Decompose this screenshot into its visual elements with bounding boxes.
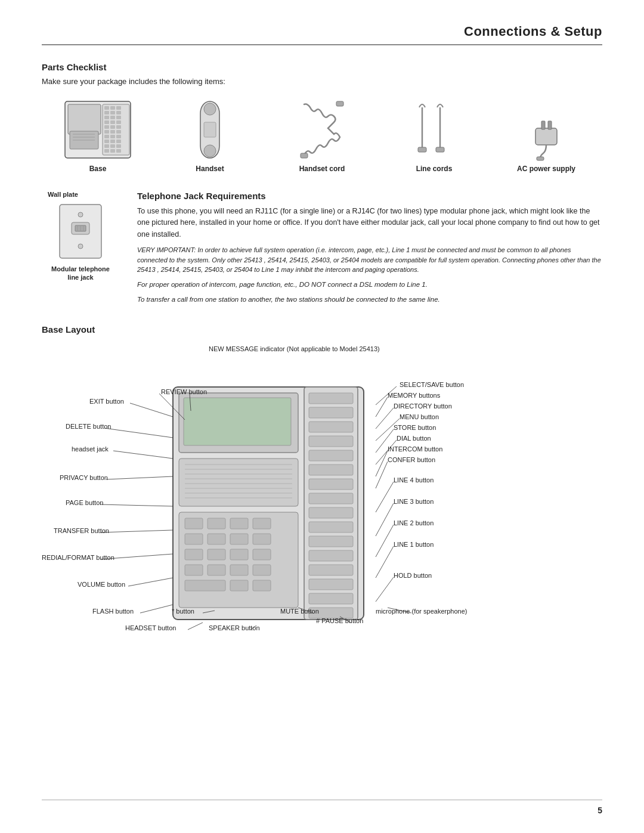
svg-rect-27 xyxy=(116,135,121,138)
base-layout-diagram: NEW MESSAGE indicator (Not applicable to… xyxy=(42,345,602,679)
svg-line-128 xyxy=(376,503,394,536)
svg-rect-18 xyxy=(116,120,121,124)
part-base: Base xyxy=(42,95,154,173)
jack-para3: For proper operation of intercom, page f… xyxy=(137,280,602,290)
base-layout-title: Base Layout xyxy=(42,324,602,335)
svg-rect-101 xyxy=(309,536,353,547)
parts-row: Base Handset xyxy=(42,95,602,173)
base-image xyxy=(62,95,134,161)
svg-rect-102 xyxy=(309,550,353,561)
exit-button-label: EXIT button xyxy=(89,398,124,405)
svg-rect-72 xyxy=(208,518,225,529)
svg-rect-35 xyxy=(110,149,115,153)
jack-para2: VERY IMPORTANT: In order to achieve full… xyxy=(137,245,602,275)
svg-rect-76 xyxy=(208,534,225,544)
transfer-button-label: TRANSFER button xyxy=(54,527,109,534)
base-label: Base xyxy=(89,165,107,173)
part-handset: Handset xyxy=(154,95,266,173)
svg-rect-10 xyxy=(104,111,109,114)
page-number: 5 xyxy=(597,806,602,815)
svg-rect-20 xyxy=(110,125,115,129)
svg-rect-13 xyxy=(104,116,109,119)
line2-button-label: LINE 2 button xyxy=(394,519,434,527)
line1-button-label: LINE 1 button xyxy=(394,541,434,548)
flash-button-label: FLASH button xyxy=(92,608,134,615)
mute-button-label: MUTE button xyxy=(280,608,319,615)
svg-rect-36 xyxy=(116,149,121,153)
jack-left: Wall plate Modular telephone line jack xyxy=(42,191,119,310)
select-save-label: SELECT/SAVE button xyxy=(400,381,464,388)
svg-rect-49 xyxy=(537,157,544,160)
headset-jack-label: headset jack xyxy=(72,445,109,453)
jack-para4: To transfer a call from one station to a… xyxy=(137,295,602,305)
svg-rect-75 xyxy=(185,534,203,544)
svg-point-51 xyxy=(78,212,83,217)
jack-para1: To use this phone, you will need an RJ11… xyxy=(137,206,602,240)
svg-rect-46 xyxy=(535,128,557,145)
redial-button-label: REDIAL/FORMAT button xyxy=(42,554,114,561)
svg-rect-103 xyxy=(309,565,353,575)
directory-button-label: DIRECTORY button xyxy=(394,402,452,410)
svg-rect-33 xyxy=(116,144,121,148)
svg-rect-91 xyxy=(309,393,353,404)
svg-rect-8 xyxy=(110,106,115,110)
phone-diagram-svg xyxy=(161,381,376,631)
svg-rect-9 xyxy=(116,106,121,110)
svg-rect-93 xyxy=(309,422,353,432)
svg-rect-95 xyxy=(309,450,353,461)
svg-line-131 xyxy=(376,577,394,602)
svg-rect-97 xyxy=(309,479,353,490)
delete-button-label: DELETE button xyxy=(66,423,111,430)
dial-button-label: DIAL button xyxy=(397,435,431,442)
svg-rect-86 xyxy=(253,565,271,575)
svg-rect-28 xyxy=(104,140,109,143)
svg-line-121 xyxy=(376,408,394,429)
microphone-label: microphone (for speakerphone) xyxy=(376,608,467,615)
hold-button-label: HOLD button xyxy=(394,572,432,579)
svg-rect-7 xyxy=(104,106,109,110)
page-header: Connections & Setup xyxy=(42,24,602,45)
svg-rect-24 xyxy=(116,130,121,134)
svg-rect-105 xyxy=(309,593,353,604)
memory-buttons-label: MEMORY buttons xyxy=(388,392,440,399)
svg-rect-83 xyxy=(185,565,203,575)
svg-rect-41 xyxy=(336,101,343,106)
svg-rect-43 xyxy=(418,147,426,152)
svg-line-127 xyxy=(376,482,394,512)
svg-rect-71 xyxy=(185,518,203,529)
svg-line-126 xyxy=(376,462,388,488)
svg-rect-30 xyxy=(116,140,121,143)
handset-label: Handset xyxy=(196,165,224,173)
svg-rect-11 xyxy=(110,111,115,114)
handset-image xyxy=(192,95,228,161)
svg-rect-84 xyxy=(208,565,225,575)
svg-rect-25 xyxy=(104,135,109,138)
wall-plate-label: Wall plate xyxy=(48,191,78,198)
svg-rect-31 xyxy=(104,144,109,148)
svg-rect-16 xyxy=(104,120,109,124)
page-title: Connections & Setup xyxy=(464,24,602,39)
svg-rect-23 xyxy=(110,130,115,134)
svg-rect-104 xyxy=(309,579,353,590)
svg-rect-96 xyxy=(309,465,353,475)
svg-rect-89 xyxy=(253,580,271,591)
store-button-label: STORE button xyxy=(394,424,436,431)
pause-button-label: # PAUSE button xyxy=(316,617,363,624)
svg-rect-94 xyxy=(309,436,353,447)
headset-button-label: HEADSET button xyxy=(125,624,176,631)
handset-cord-label: Handset cord xyxy=(299,165,345,173)
svg-rect-79 xyxy=(185,549,203,560)
svg-rect-87 xyxy=(185,580,225,591)
svg-rect-47 xyxy=(541,121,545,129)
ac-power-image xyxy=(522,95,570,161)
svg-line-129 xyxy=(376,525,394,557)
volume-button-label: VOLUME button xyxy=(78,581,125,588)
svg-rect-15 xyxy=(116,116,121,119)
ac-power-label: AC power supply xyxy=(517,165,575,173)
privacy-button-label: PRIVACY button xyxy=(60,474,108,481)
svg-rect-40 xyxy=(301,153,308,158)
svg-point-37 xyxy=(204,103,216,115)
svg-rect-1 xyxy=(68,104,101,134)
confer-button-label: CONFER button xyxy=(388,456,435,463)
svg-point-38 xyxy=(204,145,216,157)
